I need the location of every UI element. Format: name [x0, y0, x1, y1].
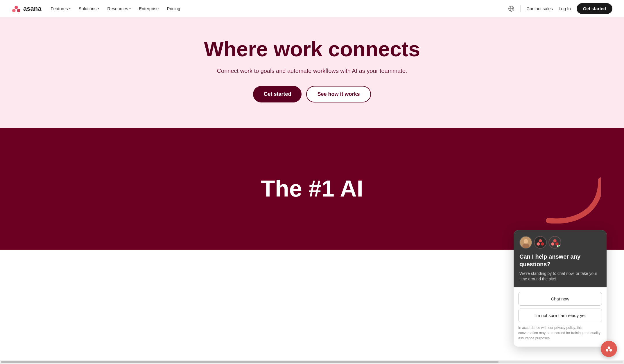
- online-dot: [557, 245, 560, 248]
- nav-item-enterprise[interactable]: Enterprise: [139, 6, 159, 11]
- avatar-1: [519, 236, 532, 249]
- nav-links: Features ▾ Solutions ▾ Resources ▾ Enter…: [51, 6, 180, 11]
- hero-section: Where work connects Connect work to goal…: [0, 17, 624, 128]
- svg-point-12: [541, 242, 544, 246]
- navbar-right: Contact sales Log In Get started: [508, 3, 612, 14]
- svg-point-2: [17, 9, 21, 12]
- arc-decoration: [543, 136, 601, 224]
- chevron-down-icon: ▾: [98, 7, 99, 10]
- globe-button[interactable]: [508, 6, 514, 12]
- svg-point-0: [15, 6, 18, 9]
- chevron-down-icon: ▾: [69, 7, 71, 10]
- avatar-2: [534, 236, 547, 249]
- nav-divider: [520, 5, 521, 12]
- contact-sales-link[interactable]: Contact sales: [526, 6, 553, 11]
- logo-text: asana: [23, 5, 41, 12]
- nav-item-resources[interactable]: Resources ▾: [107, 6, 131, 11]
- svg-point-15: [551, 242, 554, 246]
- nav-item-pricing[interactable]: Pricing: [167, 6, 180, 11]
- nav-item-features[interactable]: Features ▾: [51, 6, 70, 11]
- logo[interactable]: asana: [12, 4, 41, 13]
- svg-point-7: [524, 239, 528, 244]
- navbar: asana Features ▾ Solutions ▾ Resources ▾: [0, 0, 624, 17]
- asana-logo-icon: [12, 4, 21, 13]
- nav-get-started-button[interactable]: Get started: [577, 3, 612, 14]
- navbar-left: asana Features ▾ Solutions ▾ Resources ▾: [12, 4, 180, 13]
- hero-title: Where work connects: [6, 38, 618, 61]
- hero-see-how-button[interactable]: See how it works: [306, 86, 371, 102]
- hero-subtitle: Connect work to goals and automate workf…: [6, 68, 618, 74]
- chevron-down-icon: ▾: [129, 7, 131, 10]
- chat-avatars: [519, 236, 601, 249]
- globe-icon: [508, 6, 514, 12]
- svg-point-11: [537, 242, 540, 246]
- video-heading: The #1 AI: [261, 175, 363, 202]
- nav-item-solutions[interactable]: Solutions ▾: [79, 6, 99, 11]
- hero-get-started-button[interactable]: Get started: [253, 86, 302, 102]
- hero-buttons: Get started See how it works: [6, 86, 618, 102]
- svg-point-14: [553, 239, 557, 242]
- avatar-3: [548, 236, 561, 249]
- svg-point-1: [12, 9, 16, 12]
- svg-point-10: [539, 239, 542, 242]
- svg-point-8: [522, 243, 529, 248]
- login-link[interactable]: Log In: [559, 6, 571, 11]
- chat-popup-header: Can I help answer any questions? We're s…: [514, 230, 607, 250]
- chat-popup: Can I help answer any questions? We're s…: [514, 230, 607, 250]
